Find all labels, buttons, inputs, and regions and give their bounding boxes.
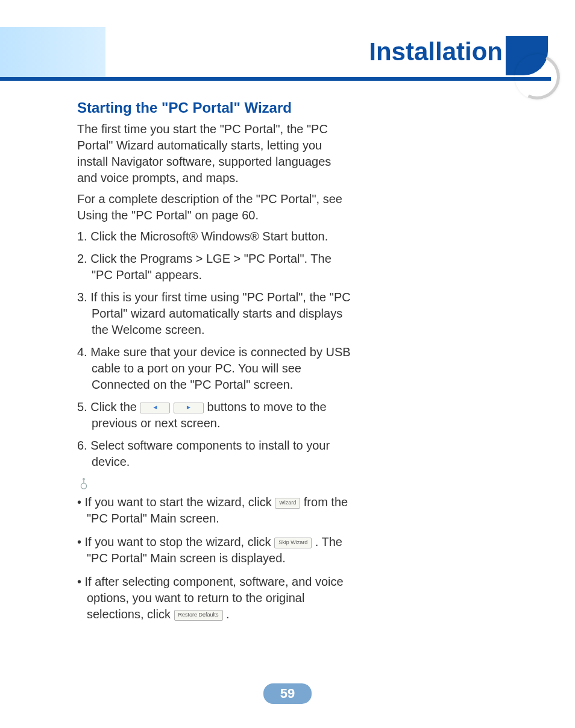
- section-title: Starting the "PC Portal" Wizard: [77, 99, 354, 116]
- note-3-text-b: .: [226, 607, 230, 621]
- note-2-text-a: • If you want to stop the wizard, click: [77, 535, 274, 548]
- intro-paragraph-2: For a complete description of the "PC Po…: [77, 191, 354, 224]
- restore-defaults-button[interactable]: Restore Defaults: [174, 610, 223, 621]
- step-3: 3. If this is your first time using "PC …: [77, 289, 354, 338]
- step-5: 5. Click the buttons to move to the prev…: [77, 399, 354, 431]
- page-number-wrap: 59: [0, 683, 575, 704]
- intro-paragraph-1: The first time you start the "PC Portal"…: [77, 121, 354, 186]
- note-3: • If after selecting component, software…: [77, 574, 354, 623]
- note-1-text-a: • If you want to start the wizard, click: [77, 495, 275, 509]
- wizard-button[interactable]: Wizard: [275, 498, 300, 509]
- step-6: 6. Select software components to install…: [77, 438, 354, 470]
- prev-arrow-button[interactable]: [140, 403, 170, 413]
- note-icon: [77, 476, 90, 489]
- note-2: • If you want to stop the wizard, click …: [77, 534, 354, 566]
- steps-list: 1. Click the Microsoft® Windows® Start b…: [77, 228, 354, 470]
- note-1: • If you want to start the wizard, click…: [77, 494, 354, 527]
- svg-point-0: [81, 483, 86, 489]
- content-area: Starting the "PC Portal" Wizard The firs…: [77, 99, 354, 630]
- skip-wizard-button[interactable]: Skip Wizard: [274, 538, 312, 548]
- step-2: 2. Click the Programs > LGE > "PC Portal…: [77, 251, 354, 283]
- step-5-text-a: 5. Click the: [77, 400, 140, 413]
- step-4: 4. Make sure that your device is connect…: [77, 344, 354, 393]
- step-1: 1. Click the Microsoft® Windows® Start b…: [77, 228, 354, 245]
- page-corner-graphic: [506, 36, 560, 90]
- page-number: 59: [263, 683, 312, 704]
- page-title: Installation: [0, 37, 503, 66]
- notes-list: • If you want to start the wizard, click…: [77, 494, 354, 623]
- header-band-bar: [0, 77, 551, 81]
- next-arrow-button[interactable]: [174, 403, 204, 413]
